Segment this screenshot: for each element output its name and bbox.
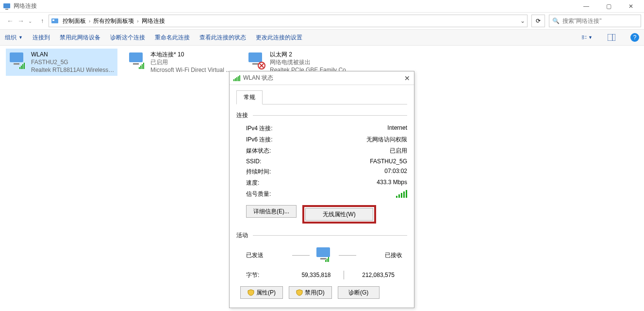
details-button[interactable]: 详细信息(E)...: [246, 205, 297, 218]
wireless-properties-button[interactable]: 无线属性(W): [305, 208, 373, 221]
divider: [292, 255, 310, 256]
svg-rect-17: [133, 63, 139, 65]
ssid-value: FASTHU2_5G: [370, 158, 407, 165]
up-button[interactable]: ↑: [38, 17, 47, 24]
maximize-button[interactable]: ▢: [597, 0, 620, 13]
svg-rect-29: [236, 77, 237, 81]
organize-menu[interactable]: 组织▼: [5, 34, 23, 42]
cmd-diagnose[interactable]: 诊断这个连接: [110, 34, 145, 42]
ethernet-unplugged-icon: [247, 51, 267, 71]
signal-value: [396, 190, 407, 198]
svg-rect-20: [142, 64, 143, 69]
close-button[interactable]: ✕: [620, 0, 642, 13]
svg-rect-21: [143, 63, 144, 69]
diagnose-button[interactable]: 诊断(G): [338, 286, 380, 299]
connection-item-local[interactable]: 本地连接* 10 已启用 Microsoft Wi-Fi Direct Virt…: [125, 49, 237, 76]
window-title: 网络连接: [14, 2, 37, 10]
wifi-icon: [127, 51, 148, 71]
divider: [344, 271, 344, 279]
tab-general[interactable]: 常规: [236, 90, 263, 104]
svg-rect-11: [14, 63, 19, 65]
preview-pane-button[interactable]: [606, 32, 617, 43]
svg-rect-31: [239, 75, 240, 81]
crumb-0[interactable]: 控制面板: [62, 17, 87, 25]
svg-rect-16: [129, 52, 143, 62]
svg-rect-0: [3, 3, 10, 8]
back-button[interactable]: ←: [7, 17, 14, 25]
search-input[interactable]: 🔍 搜索"网络连接": [549, 15, 641, 27]
forward-button[interactable]: →: [17, 17, 24, 25]
connection-name: 以太网 2: [270, 51, 354, 58]
location-icon: [51, 17, 59, 25]
signal-bars-icon: [396, 190, 407, 198]
refresh-button[interactable]: ⟳: [531, 15, 545, 27]
ssid-label: SSID:: [246, 158, 261, 165]
crumb-1[interactable]: 所有控制面板项: [92, 17, 135, 25]
connection-item-wlan[interactable]: WLAN FASTHU2_5G Realtek RTL8811AU Wirele…: [6, 49, 117, 76]
svg-rect-30: [238, 76, 239, 81]
dialog-titlebar[interactable]: WLAN 状态 ✕: [230, 71, 414, 85]
divider: [253, 235, 407, 236]
signal-label: 信号质量:: [246, 190, 271, 198]
search-placeholder: 搜索"网络连接": [562, 17, 602, 25]
svg-rect-3: [52, 19, 54, 21]
cmd-rename[interactable]: 重命名此连接: [155, 34, 190, 42]
help-button[interactable]: ?: [630, 33, 639, 42]
svg-rect-27: [233, 79, 234, 81]
svg-rect-5: [582, 38, 584, 39]
media-label: 媒体状态:: [246, 147, 271, 155]
bytes-received-value: 212,083,575: [349, 272, 403, 278]
search-icon: 🔍: [552, 17, 560, 24]
ipv6-label: IPv6 连接:: [246, 136, 273, 144]
bytes-label: 字节:: [246, 271, 285, 279]
window-titlebar: 网络连接 — ▢ ✕: [0, 0, 644, 13]
minimize-button[interactable]: —: [575, 0, 597, 13]
disable-button[interactable]: 禁用(D): [289, 286, 332, 299]
shield-icon: [296, 289, 303, 296]
svg-rect-23: [252, 63, 258, 65]
svg-rect-19: [140, 66, 141, 69]
dialog-close-button[interactable]: ✕: [404, 74, 410, 82]
recent-dropdown[interactable]: ⌄: [28, 18, 32, 24]
svg-rect-34: [325, 260, 326, 262]
svg-rect-15: [24, 63, 25, 69]
dialog-title: WLAN 状态: [243, 74, 273, 82]
chevron-right-icon: ›: [135, 18, 140, 24]
connection-name: WLAN: [31, 51, 116, 58]
sent-label: 已发送: [246, 251, 264, 259]
connection-status: FASTHU2_5G: [31, 58, 116, 66]
view-options-button[interactable]: ▼: [582, 32, 593, 43]
svg-rect-35: [327, 259, 328, 262]
signal-icon: [233, 75, 240, 81]
svg-rect-18: [139, 67, 140, 69]
cmd-disable[interactable]: 禁用此网络设备: [60, 34, 100, 42]
duration-label: 持续时间:: [246, 168, 271, 176]
speed-value: 433.3 Mbps: [377, 179, 407, 187]
cmd-view-status[interactable]: 查看此连接的状态: [199, 34, 246, 42]
cmd-change-settings[interactable]: 更改此连接的设置: [256, 34, 302, 42]
received-label: 已接收: [385, 251, 402, 259]
svg-rect-8: [608, 34, 615, 41]
breadcrumb-bar[interactable]: 控制面板 › 所有控制面板项 › 网络连接 ⌄: [49, 15, 528, 27]
connection-status: 已启用: [150, 58, 231, 66]
breadcrumb-dropdown[interactable]: ⌄: [520, 17, 525, 24]
svg-rect-1: [5, 9, 8, 10]
svg-rect-10: [10, 52, 23, 62]
divider: [339, 255, 356, 256]
shield-icon: [248, 289, 254, 296]
wlan-status-dialog: WLAN 状态 ✕ 常规 连接 IPv4 连接:Internet IPv6 连接…: [229, 71, 414, 308]
svg-rect-13: [21, 66, 22, 69]
crumb-2[interactable]: 网络连接: [141, 17, 166, 25]
ipv4-value: Internet: [387, 124, 407, 133]
app-icon: [3, 2, 11, 10]
properties-button[interactable]: 属性(P): [240, 286, 283, 299]
svg-rect-4: [582, 35, 584, 36]
cmd-connect[interactable]: 连接到: [33, 34, 50, 42]
duration-value: 07:03:02: [384, 168, 407, 176]
wifi-icon: [8, 51, 28, 71]
ipv6-value: 无网络访问权限: [366, 136, 407, 144]
svg-rect-14: [22, 64, 23, 69]
divider: [253, 115, 407, 116]
activity-monitor-icon: [314, 246, 334, 264]
connection-device: Microsoft Wi-Fi Direct Virtual ...: [150, 66, 231, 74]
